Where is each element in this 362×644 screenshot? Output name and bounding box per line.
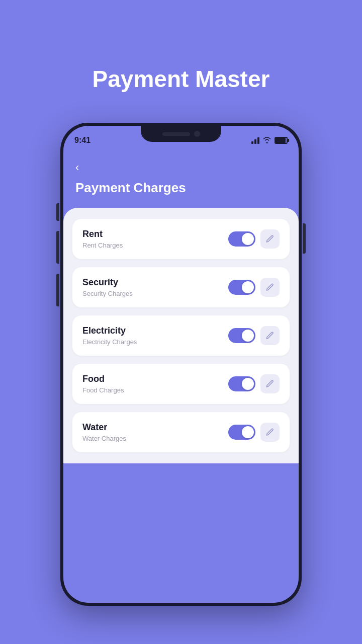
charge-info-electricity: Electricity Electricity Charges — [82, 326, 137, 346]
charge-desc-water: Water Charges — [82, 435, 126, 442]
screen-title: Payment Charges — [75, 180, 287, 196]
back-button[interactable]: ‹ — [75, 161, 79, 174]
battery-fill — [276, 138, 286, 143]
power-button — [303, 223, 306, 254]
charge-desc-food: Food Charges — [82, 386, 124, 394]
charge-card-security: Security Security Charges — [72, 267, 290, 307]
screen-content: ‹ Payment Charges Rent Rent Charges — [63, 151, 299, 603]
charge-info-food: Food Food Charges — [82, 374, 124, 394]
edit-button-electricity[interactable] — [260, 326, 280, 345]
charge-controls-rent — [228, 229, 280, 249]
front-camera — [194, 131, 200, 137]
toggle-electricity[interactable] — [228, 328, 255, 343]
charge-desc-rent: Rent Charges — [82, 242, 123, 249]
phone-screen: 9:41 — [63, 126, 299, 603]
charge-controls-food — [228, 374, 280, 393]
charge-name-electricity: Electricity — [82, 326, 137, 336]
charge-card-electricity: Electricity Electricity Charges — [72, 315, 290, 356]
phone-frame: 9:41 — [60, 123, 302, 606]
edit-button-security[interactable] — [260, 278, 280, 297]
charge-name-security: Security — [82, 277, 133, 288]
charge-desc-electricity: Electricity Charges — [82, 338, 137, 346]
volume-down-button — [56, 274, 59, 306]
notch — [141, 126, 221, 142]
toggle-security[interactable] — [228, 280, 255, 295]
status-icons — [251, 136, 288, 145]
edit-button-food[interactable] — [260, 374, 280, 393]
status-time: 9:41 — [74, 136, 90, 145]
toggle-knob-security — [242, 281, 254, 293]
charge-controls-electricity — [228, 326, 280, 345]
charge-card-water: Water Water Charges — [72, 412, 290, 452]
signal-bar-2 — [254, 139, 256, 144]
toggle-rent[interactable] — [228, 231, 255, 247]
battery-icon — [275, 137, 288, 144]
toggle-knob-rent — [242, 233, 254, 245]
charge-info-water: Water Water Charges — [82, 422, 126, 442]
charge-info-rent: Rent Rent Charges — [82, 229, 123, 249]
charge-controls-security — [228, 278, 280, 297]
page-title: Payment Master — [93, 65, 270, 93]
volume-up-button — [56, 231, 59, 264]
charge-card-rent: Rent Rent Charges — [72, 219, 290, 259]
toggle-knob-electricity — [242, 330, 254, 342]
toggle-food[interactable] — [228, 376, 255, 391]
toggle-knob-water — [242, 426, 254, 438]
charge-name-water: Water — [82, 422, 126, 433]
header-area: ‹ Payment Charges — [63, 151, 299, 208]
charge-desc-security: Security Charges — [82, 290, 133, 297]
signal-bar-3 — [257, 137, 259, 144]
signal-icon — [251, 137, 259, 144]
edit-button-rent[interactable] — [260, 229, 280, 249]
speaker — [162, 132, 190, 136]
toggle-water[interactable] — [228, 425, 255, 440]
wifi-icon — [262, 136, 272, 145]
mute-button — [56, 203, 59, 221]
charge-info-security: Security Security Charges — [82, 277, 133, 297]
charge-name-food: Food — [82, 374, 124, 384]
signal-bar-1 — [251, 141, 253, 144]
toggle-knob-food — [242, 378, 254, 390]
charge-controls-water — [228, 423, 280, 442]
charge-name-rent: Rent — [82, 229, 123, 239]
edit-button-water[interactable] — [260, 423, 280, 442]
charge-card-food: Food Food Charges — [72, 364, 290, 404]
cards-area: Rent Rent Charges — [63, 208, 299, 463]
